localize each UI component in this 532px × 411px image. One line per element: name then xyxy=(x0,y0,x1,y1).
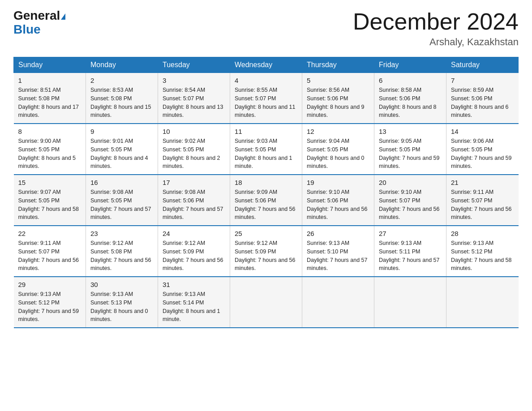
day-info: Sunrise: 8:51 AMSunset: 5:08 PMDaylight:… xyxy=(18,87,79,118)
calendar-cell: 18Sunrise: 9:09 AMSunset: 5:06 PMDayligh… xyxy=(230,175,302,226)
calendar-week-3: 15Sunrise: 9:07 AMSunset: 5:05 PMDayligh… xyxy=(14,175,519,226)
day-number: 10 xyxy=(163,128,225,135)
day-number: 28 xyxy=(451,230,514,237)
weekday-header-saturday: Saturday xyxy=(446,57,519,73)
day-number: 19 xyxy=(307,179,369,186)
day-number: 4 xyxy=(235,77,297,84)
day-info: Sunrise: 9:04 AMSunset: 5:05 PMDaylight:… xyxy=(307,138,365,169)
day-number: 9 xyxy=(90,128,153,135)
day-number: 3 xyxy=(163,77,225,84)
calendar-week-1: 1Sunrise: 8:51 AMSunset: 5:08 PMDaylight… xyxy=(14,73,519,124)
calendar-cell: 28Sunrise: 9:13 AMSunset: 5:12 PMDayligh… xyxy=(446,226,519,277)
day-number: 6 xyxy=(379,77,442,84)
title-block: December 2024 Arshaly, Kazakhstan xyxy=(353,9,519,48)
logo-text: General Blue xyxy=(13,9,65,37)
day-info: Sunrise: 9:12 AMSunset: 5:08 PMDaylight:… xyxy=(90,240,151,271)
day-info: Sunrise: 8:59 AMSunset: 5:06 PMDaylight:… xyxy=(451,87,509,118)
calendar-cell: 14Sunrise: 9:06 AMSunset: 5:05 PMDayligh… xyxy=(446,124,519,175)
calendar-cell: 2Sunrise: 8:53 AMSunset: 5:08 PMDaylight… xyxy=(86,73,158,124)
day-number: 15 xyxy=(18,179,82,186)
calendar-cell: 12Sunrise: 9:04 AMSunset: 5:05 PMDayligh… xyxy=(302,124,374,175)
month-title: December 2024 xyxy=(353,9,519,34)
calendar-cell: 6Sunrise: 8:58 AMSunset: 5:06 PMDaylight… xyxy=(374,73,446,124)
day-info: Sunrise: 8:54 AMSunset: 5:07 PMDaylight:… xyxy=(163,87,223,118)
calendar-cell: 8Sunrise: 9:00 AMSunset: 5:05 PMDaylight… xyxy=(14,124,86,175)
calendar-cell: 11Sunrise: 9:03 AMSunset: 5:05 PMDayligh… xyxy=(230,124,302,175)
calendar-cell: 5Sunrise: 8:56 AMSunset: 5:06 PMDaylight… xyxy=(302,73,374,124)
calendar-table: SundayMondayTuesdayWednesdayThursdayFrid… xyxy=(13,57,519,328)
calendar-cell: 19Sunrise: 9:10 AMSunset: 5:06 PMDayligh… xyxy=(302,175,374,226)
day-info: Sunrise: 9:09 AMSunset: 5:06 PMDaylight:… xyxy=(235,189,296,220)
day-info: Sunrise: 9:02 AMSunset: 5:05 PMDaylight:… xyxy=(163,138,220,169)
logo: General Blue xyxy=(13,9,65,37)
calendar-cell xyxy=(446,277,519,328)
calendar-cell: 22Sunrise: 9:11 AMSunset: 5:07 PMDayligh… xyxy=(14,226,86,277)
calendar-cell: 10Sunrise: 9:02 AMSunset: 5:05 PMDayligh… xyxy=(158,124,230,175)
calendar-cell: 1Sunrise: 8:51 AMSunset: 5:08 PMDaylight… xyxy=(14,73,86,124)
day-number: 1 xyxy=(18,77,82,84)
day-number: 30 xyxy=(90,281,153,288)
weekday-header-monday: Monday xyxy=(86,57,158,73)
day-number: 8 xyxy=(18,128,82,135)
logo-general: General xyxy=(13,9,60,22)
calendar-cell: 20Sunrise: 9:10 AMSunset: 5:07 PMDayligh… xyxy=(374,175,446,226)
day-info: Sunrise: 9:11 AMSunset: 5:07 PMDaylight:… xyxy=(451,189,512,220)
day-info: Sunrise: 9:03 AMSunset: 5:05 PMDaylight:… xyxy=(235,138,292,169)
day-number: 27 xyxy=(379,230,442,237)
header-row: SundayMondayTuesdayWednesdayThursdayFrid… xyxy=(14,57,519,73)
calendar-cell: 17Sunrise: 9:08 AMSunset: 5:06 PMDayligh… xyxy=(158,175,230,226)
day-info: Sunrise: 8:53 AMSunset: 5:08 PMDaylight:… xyxy=(90,87,151,118)
calendar-cell: 27Sunrise: 9:13 AMSunset: 5:11 PMDayligh… xyxy=(374,226,446,277)
day-number: 5 xyxy=(307,77,369,84)
logo-blue: Blue xyxy=(13,22,41,36)
calendar-cell: 23Sunrise: 9:12 AMSunset: 5:08 PMDayligh… xyxy=(86,226,158,277)
logo-triangle-icon xyxy=(61,13,65,20)
calendar-cell: 16Sunrise: 9:08 AMSunset: 5:05 PMDayligh… xyxy=(86,175,158,226)
calendar-cell xyxy=(302,277,374,328)
day-info: Sunrise: 9:06 AMSunset: 5:05 PMDaylight:… xyxy=(451,138,512,169)
weekday-header-tuesday: Tuesday xyxy=(158,57,230,73)
day-number: 11 xyxy=(235,128,297,135)
day-info: Sunrise: 9:13 AMSunset: 5:12 PMDaylight:… xyxy=(451,240,512,271)
day-number: 17 xyxy=(163,179,225,186)
weekday-header-sunday: Sunday xyxy=(14,57,86,73)
day-number: 21 xyxy=(451,179,514,186)
calendar-cell: 30Sunrise: 9:13 AMSunset: 5:13 PMDayligh… xyxy=(86,277,158,328)
calendar-cell: 7Sunrise: 8:59 AMSunset: 5:06 PMDaylight… xyxy=(446,73,519,124)
page-header: General Blue December 2024 Arshaly, Kaza… xyxy=(13,9,519,48)
day-info: Sunrise: 9:10 AMSunset: 5:07 PMDaylight:… xyxy=(379,189,440,220)
calendar-cell: 21Sunrise: 9:11 AMSunset: 5:07 PMDayligh… xyxy=(446,175,519,226)
day-info: Sunrise: 9:01 AMSunset: 5:05 PMDaylight:… xyxy=(90,138,148,169)
weekday-header-thursday: Thursday xyxy=(302,57,374,73)
day-number: 20 xyxy=(379,179,442,186)
day-number: 14 xyxy=(451,128,514,135)
day-number: 2 xyxy=(90,77,153,84)
weekday-header-friday: Friday xyxy=(374,57,446,73)
day-info: Sunrise: 9:07 AMSunset: 5:05 PMDaylight:… xyxy=(18,189,79,220)
calendar-cell xyxy=(374,277,446,328)
calendar-week-5: 29Sunrise: 9:13 AMSunset: 5:12 PMDayligh… xyxy=(14,277,519,328)
calendar-body: 1Sunrise: 8:51 AMSunset: 5:08 PMDaylight… xyxy=(14,73,519,328)
day-number: 24 xyxy=(163,230,225,237)
day-number: 23 xyxy=(90,230,153,237)
location: Arshaly, Kazakhstan xyxy=(353,36,519,48)
day-number: 31 xyxy=(163,281,225,288)
calendar-cell: 13Sunrise: 9:05 AMSunset: 5:05 PMDayligh… xyxy=(374,124,446,175)
day-number: 22 xyxy=(18,230,82,237)
calendar-cell: 9Sunrise: 9:01 AMSunset: 5:05 PMDaylight… xyxy=(86,124,158,175)
day-info: Sunrise: 8:56 AMSunset: 5:06 PMDaylight:… xyxy=(307,87,365,118)
calendar-cell: 25Sunrise: 9:12 AMSunset: 5:09 PMDayligh… xyxy=(230,226,302,277)
day-info: Sunrise: 8:55 AMSunset: 5:07 PMDaylight:… xyxy=(235,87,296,118)
calendar-cell xyxy=(230,277,302,328)
calendar-cell: 4Sunrise: 8:55 AMSunset: 5:07 PMDaylight… xyxy=(230,73,302,124)
day-info: Sunrise: 9:13 AMSunset: 5:14 PMDaylight:… xyxy=(163,291,220,322)
day-info: Sunrise: 9:13 AMSunset: 5:13 PMDaylight:… xyxy=(90,291,148,322)
day-info: Sunrise: 9:10 AMSunset: 5:06 PMDaylight:… xyxy=(307,189,368,220)
day-number: 18 xyxy=(235,179,297,186)
calendar-cell: 26Sunrise: 9:13 AMSunset: 5:10 PMDayligh… xyxy=(302,226,374,277)
day-number: 12 xyxy=(307,128,369,135)
day-number: 26 xyxy=(307,230,369,237)
weekday-header-wednesday: Wednesday xyxy=(230,57,302,73)
day-number: 29 xyxy=(18,281,82,288)
calendar-cell: 31Sunrise: 9:13 AMSunset: 5:14 PMDayligh… xyxy=(158,277,230,328)
